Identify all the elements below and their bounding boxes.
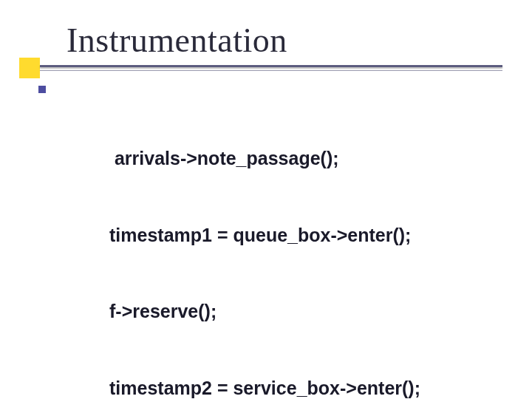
- slide: Instrumentation arrivals->note_passage()…: [0, 0, 532, 399]
- code-line-2: timestamp1 = queue_box->enter();: [109, 222, 502, 248]
- code-line-3: f->reserve();: [109, 299, 502, 324]
- title-row: Instrumentation: [66, 21, 502, 60]
- title-underline: [0, 65, 532, 71]
- slide-title: Instrumentation: [66, 21, 502, 60]
- accent-purple-square: [38, 86, 46, 93]
- code-block: arrivals->note_passage(); timestamp1 = q…: [109, 95, 502, 399]
- title-underline-thin: [40, 70, 502, 71]
- code-line-1: arrivals->note_passage();: [109, 146, 502, 171]
- title-underline-thick: [40, 65, 502, 67]
- code-line-4: timestamp2 = service_box->enter();: [109, 375, 502, 400]
